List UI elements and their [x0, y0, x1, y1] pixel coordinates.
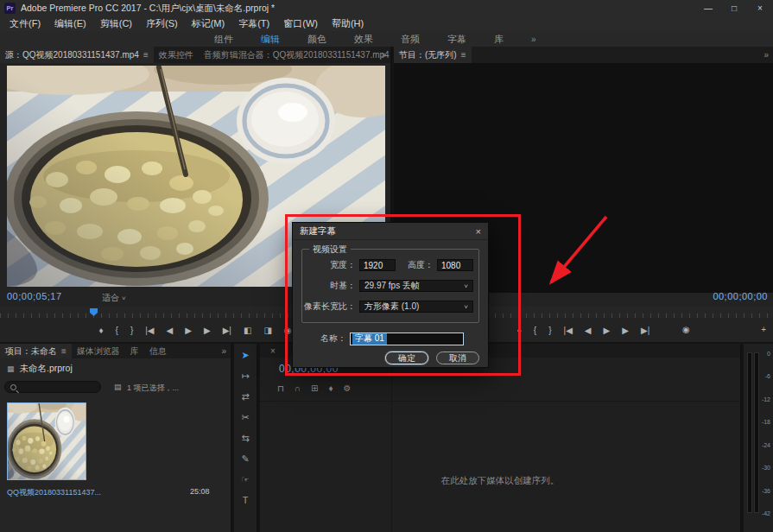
tab-program[interactable]: 节目：(无序列)≡ [394, 47, 472, 63]
menu-item-file[interactable]: 文件(F) [3, 17, 48, 30]
tab-libraries[interactable]: 库 [125, 344, 144, 358]
project-file-row[interactable]: ▦ 未命名.prproj [0, 362, 231, 376]
step-back-button[interactable]: ◀ [167, 326, 174, 335]
close-button[interactable]: × [747, 0, 773, 16]
workspace-overflow-chevron[interactable]: » [531, 35, 536, 44]
panel-menu-icon[interactable]: ≡ [61, 346, 67, 356]
meter-label: -18 [762, 419, 770, 425]
dialog-close-icon[interactable]: × [476, 226, 481, 237]
step-forward-button[interactable]: ▶ [622, 326, 629, 335]
source-timecode[interactable]: 00;00;05;17 [7, 291, 62, 301]
meter-label: -6 [765, 373, 770, 379]
add-marker-button[interactable]: ♦ [98, 326, 103, 335]
tab-source-clip[interactable]: 源：QQ视频20180331151437.mp4≡ [0, 47, 154, 63]
ripple-edit-tool[interactable]: ⇄ [241, 392, 249, 402]
export-frame-icon[interactable]: ◉ [682, 325, 690, 334]
menu-item-sequence[interactable]: 序列(S) [139, 17, 185, 30]
button-editor-plus[interactable]: + [761, 325, 766, 334]
width-input[interactable]: 1920 [359, 259, 396, 271]
name-input[interactable]: 字幕 01 [350, 332, 464, 345]
playhead-marker[interactable] [90, 308, 98, 316]
go-to-in-button[interactable]: |◀ [145, 326, 154, 335]
pixel-aspect-label: 像素长宽比： [302, 301, 356, 313]
go-to-in-button[interactable]: |◀ [564, 326, 573, 335]
pixel-aspect-dropdown[interactable]: 方形像素 (1.0) ˅ [359, 301, 473, 313]
timeline-close-icon[interactable]: × [270, 346, 276, 356]
tab-project[interactable]: 项目：未命名≡ [0, 344, 72, 358]
slip-tool[interactable]: ⇆ [241, 434, 249, 443]
hand-tool[interactable]: ☞ [241, 475, 250, 484]
tab-media-browser[interactable]: 媒体浏览器 [72, 344, 125, 358]
meter-label: -12 [762, 396, 770, 402]
ok-button[interactable]: 确定 [385, 352, 428, 364]
clip-thumbnail[interactable] [7, 402, 86, 480]
program-timecode[interactable]: 00;00;00;00 [713, 291, 768, 301]
add-marker-icon[interactable]: ♦ [328, 383, 333, 393]
list-view-icon[interactable]: ▤ [114, 383, 122, 391]
panel-overflow-chevron[interactable]: » [763, 47, 769, 63]
video-settings-label: 视频设置 [309, 244, 351, 256]
workspace-bar: 组件 编辑 颜色 效果 音频 字幕 库 » [0, 31, 773, 47]
height-input[interactable]: 1080 [437, 259, 473, 271]
workspace-tab-editing[interactable]: 编辑 [261, 33, 280, 46]
step-back-button[interactable]: ◀ [585, 326, 592, 335]
go-to-out-button[interactable]: ▶| [223, 326, 231, 335]
tab-effect-controls[interactable]: 效果控件 [154, 47, 199, 63]
nest-insert-icon[interactable]: ⊓ [277, 383, 284, 393]
timeline-divider-horizontal [260, 401, 740, 402]
panel-menu-icon[interactable]: ≡ [143, 50, 149, 60]
add-marker-button[interactable]: ♦ [517, 326, 522, 335]
insert-button[interactable]: ◧ [244, 326, 251, 335]
workspace-tab-titles[interactable]: 字幕 [447, 33, 466, 46]
menu-item-help[interactable]: 帮助(H) [325, 17, 371, 30]
track-select-tool[interactable]: ↦ [241, 371, 249, 381]
search-input[interactable] [4, 381, 101, 393]
workspace-tab-assembly[interactable]: 组件 [214, 33, 233, 46]
tab-source-clip-label: 源：QQ视频20180331151437.mp4 [5, 50, 139, 60]
timeline-settings-icon[interactable]: ⚙ [344, 383, 352, 393]
workspace-tab-audio[interactable]: 音频 [401, 33, 420, 46]
workspace-tab-color[interactable]: 颜色 [307, 33, 326, 46]
menu-item-clip[interactable]: 剪辑(C) [93, 17, 139, 30]
zoom-fit-label: 适合 [102, 293, 119, 302]
mark-out-button[interactable]: } [130, 326, 133, 335]
play-button[interactable]: ▶ [185, 326, 192, 335]
pixel-aspect-row: 像素长宽比： 方形像素 (1.0) ˅ [302, 300, 473, 314]
pen-tool[interactable]: ✎ [241, 454, 249, 464]
name-row: 名称： 字幕 01 [293, 332, 483, 345]
mark-out-button[interactable]: } [548, 326, 551, 335]
panel-overflow-chevron[interactable]: » [381, 47, 386, 63]
snap-icon[interactable]: ∩ [295, 383, 301, 393]
linked-selection-icon[interactable]: ⊞ [311, 383, 318, 393]
minimize-button[interactable]: — [695, 0, 721, 16]
pixel-aspect-value: 方形像素 (1.0) [364, 301, 419, 313]
workspace-tab-libraries[interactable]: 库 [494, 33, 504, 46]
menu-item-markers[interactable]: 标记(M) [185, 17, 232, 30]
type-tool[interactable]: T [243, 496, 249, 505]
razor-tool[interactable]: ✂ [241, 413, 249, 422]
maximize-button[interactable]: □ [721, 0, 747, 16]
export-frame-icon[interactable]: ◉ [284, 326, 292, 335]
step-forward-button[interactable]: ▶ [204, 326, 211, 335]
panel-overflow-chevron[interactable]: » [221, 344, 226, 358]
selection-tool[interactable]: ➤ [241, 351, 249, 360]
menu-item-window[interactable]: 窗口(W) [276, 17, 325, 30]
timebase-dropdown[interactable]: 29.97 fps 丢帧 ˅ [359, 280, 473, 292]
timebase-value: 29.97 fps 丢帧 [364, 280, 420, 292]
clip-name[interactable]: QQ视频20180331151437... [7, 487, 181, 498]
panel-menu-icon[interactable]: ≡ [461, 50, 466, 60]
menu-item-edit[interactable]: 编辑(E) [48, 17, 93, 30]
play-button[interactable]: ▶ [604, 326, 611, 335]
tab-info[interactable]: 信息 [144, 344, 172, 358]
tab-audio-clip-mixer[interactable]: 音频剪辑混合器：QQ视频20180331151437.mp4 [199, 47, 390, 63]
zoom-fit-dropdown[interactable]: 适合˅ [102, 292, 126, 304]
overwrite-button[interactable]: ◨ [263, 326, 271, 335]
menu-item-titles[interactable]: 字幕(T) [231, 17, 276, 30]
go-to-out-button[interactable]: ▶| [641, 326, 649, 335]
selection-status: 1 项已选择，... [127, 383, 179, 394]
mark-in-button[interactable]: { [534, 326, 536, 335]
workspace-tab-effects[interactable]: 效果 [354, 33, 373, 46]
project-file-icon: ▦ [7, 364, 15, 373]
mark-in-button[interactable]: { [116, 326, 118, 335]
cancel-button[interactable]: 取消 [436, 352, 479, 364]
